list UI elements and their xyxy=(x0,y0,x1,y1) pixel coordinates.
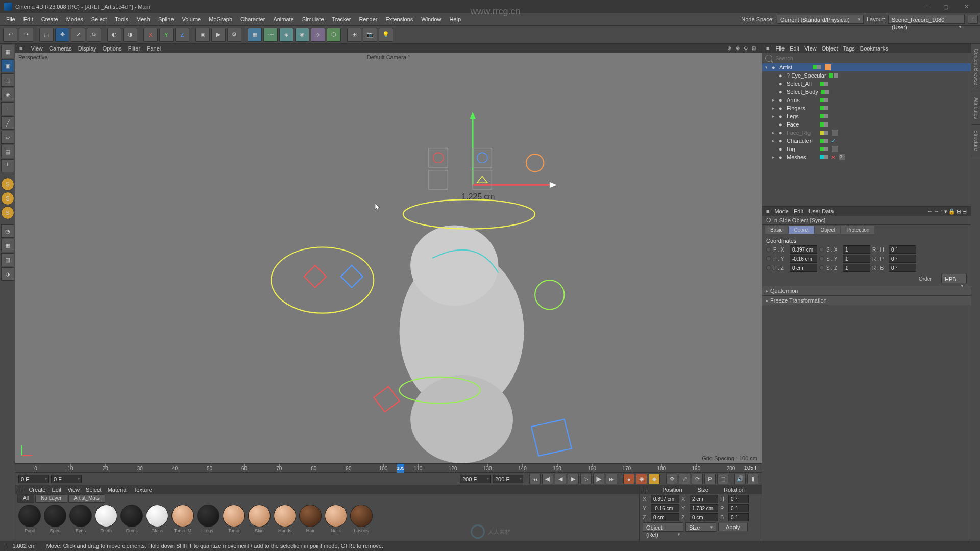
x-icon[interactable]: ✕ xyxy=(831,154,836,161)
mat-tab-all[interactable]: All xyxy=(17,494,34,503)
mat-menu-create[interactable]: Create xyxy=(29,487,45,493)
attr-tab-object[interactable]: Object xyxy=(815,226,840,234)
object-row[interactable]: ●Select_Body xyxy=(762,88,971,96)
coord-pos-field[interactable] xyxy=(651,495,679,503)
obj-hamburger-icon[interactable]: ≡ xyxy=(766,45,769,52)
vp-menu-panel[interactable]: Panel xyxy=(146,45,161,52)
attr-scale-field[interactable] xyxy=(843,264,870,272)
tag-icon[interactable] xyxy=(825,64,831,70)
viewport-hamburger-icon[interactable]: ≡ xyxy=(19,45,22,52)
layout-menu-icon[interactable]: ⋮ xyxy=(968,15,978,24)
layout-select[interactable]: Scene_Record_1080 (User) xyxy=(888,15,965,24)
material-item[interactable]: Nails xyxy=(324,505,348,539)
redo-button[interactable]: ↷ xyxy=(19,28,33,42)
attr-order-select[interactable]: HPB xyxy=(941,274,967,283)
attr-filter-icon[interactable]: ▾ xyxy=(944,208,947,215)
minimize-button[interactable]: ─ xyxy=(916,1,935,12)
menu-create[interactable]: Create xyxy=(37,15,62,24)
keyframe-sel-button[interactable]: ◆ xyxy=(649,474,660,484)
edge-mode-button[interactable]: ╱ xyxy=(1,116,14,130)
scene-button[interactable]: ⊞ xyxy=(347,28,361,42)
model-mode-button[interactable]: ▣ xyxy=(1,59,14,72)
texture-mode-button[interactable]: ⬚ xyxy=(1,73,14,87)
menu-simulate[interactable]: Simulate xyxy=(298,15,328,24)
obj-menu-bookmarks[interactable]: Bookmarks xyxy=(860,45,888,52)
generator2-button[interactable]: ◉ xyxy=(295,28,309,42)
attr-menu-mode[interactable]: Mode xyxy=(774,208,789,214)
material-item[interactable]: Hands xyxy=(273,505,297,539)
tag-icon[interactable] xyxy=(832,130,838,136)
object-row[interactable]: ▸●Arms xyxy=(762,96,971,104)
mat-menu-material[interactable]: Material xyxy=(108,487,128,493)
render-view-button[interactable]: ▣ xyxy=(195,28,210,42)
attr-scale-field[interactable] xyxy=(843,245,870,254)
mat-menu-select[interactable]: Select xyxy=(86,487,102,493)
vp-nav3-icon[interactable]: ⊙ xyxy=(742,45,749,52)
autokey-button[interactable]: ◉ xyxy=(636,474,647,484)
z-axis-toggle[interactable]: Z xyxy=(175,28,189,42)
attr-freeze-header[interactable]: ▸Freeze Transformation xyxy=(762,295,971,305)
material-item[interactable]: Lashes xyxy=(349,505,374,539)
mat-hamburger-icon[interactable]: ≡ xyxy=(19,487,22,493)
status-hamburger-icon[interactable]: ≡ xyxy=(4,543,7,549)
rtab-attributes[interactable]: Attributes xyxy=(971,92,980,124)
maximize-button[interactable]: ▢ xyxy=(936,1,955,12)
coord-pos-field[interactable] xyxy=(651,504,679,512)
obj-menu-view[interactable]: View xyxy=(804,45,817,52)
material-item[interactable]: Skin xyxy=(247,505,272,539)
coord-apply-button[interactable]: Apply xyxy=(718,523,748,531)
tag-icon[interactable] xyxy=(832,146,838,152)
attr-tab-protection[interactable]: Protection xyxy=(841,226,874,234)
object-row[interactable]: ●Face xyxy=(762,120,971,129)
material-item[interactable]: Hair xyxy=(298,505,323,539)
vp-menu-display[interactable]: Display xyxy=(78,45,96,52)
object-row[interactable]: ▾●Artist xyxy=(762,63,971,71)
vp-nav1-icon[interactable]: ⊕ xyxy=(726,45,733,52)
pla-key-toggle[interactable]: ⬚ xyxy=(717,474,728,484)
attr-menu-edit[interactable]: Edit xyxy=(794,208,803,214)
coord-rot-field[interactable] xyxy=(728,495,749,503)
step-fwd-button[interactable]: ▷ xyxy=(580,474,592,484)
menu-mograph[interactable]: MoGraph xyxy=(205,15,236,24)
preview-start-field[interactable]: 0 F xyxy=(51,475,82,483)
param-key-toggle[interactable]: P xyxy=(704,474,716,484)
snap-s3-button[interactable]: S xyxy=(1,206,14,219)
viewport-3d[interactable]: Perspective Default Camera ° xyxy=(15,53,762,463)
close-button[interactable]: ✕ xyxy=(957,1,976,12)
menu-mesh[interactable]: Mesh xyxy=(132,15,154,24)
undo-button[interactable]: ↶ xyxy=(3,28,17,42)
preview-end-field[interactable]: 200 F xyxy=(460,475,491,483)
menu-edit[interactable]: Edit xyxy=(19,15,37,24)
snap-toggle-button[interactable]: ▦ xyxy=(1,239,14,252)
select-tool[interactable]: ⬚ xyxy=(39,28,54,42)
vp-menu-options[interactable]: Options xyxy=(103,45,122,52)
coord-size-field[interactable] xyxy=(690,513,718,521)
move-tool[interactable]: ✥ xyxy=(55,28,69,42)
menu-help[interactable]: Help xyxy=(445,15,465,24)
attr-scale-field[interactable] xyxy=(843,255,870,263)
expand-icon[interactable]: ▸ xyxy=(772,155,777,160)
polygon-mode-button[interactable]: ▱ xyxy=(1,131,14,144)
attr-pos-field[interactable] xyxy=(790,264,817,272)
locked-tool[interactable]: ◑ xyxy=(123,28,137,42)
snap-s2-button[interactable]: S xyxy=(1,192,14,205)
attr-pos-field[interactable] xyxy=(790,245,817,254)
menu-select[interactable]: Select xyxy=(87,15,111,24)
menu-character[interactable]: Character xyxy=(236,15,269,24)
attr-rot-field[interactable] xyxy=(889,264,916,272)
menu-animate[interactable]: Animate xyxy=(269,15,298,24)
timeline-playhead[interactable]: 105 xyxy=(397,464,404,473)
deformer-button[interactable]: ◊ xyxy=(311,28,325,42)
step-back-button[interactable]: ◀ xyxy=(555,474,566,484)
cube-primitive[interactable]: ▦ xyxy=(248,28,262,42)
scale-tool[interactable]: ⤢ xyxy=(71,28,85,42)
coord-mode-select[interactable]: Object (Rel) xyxy=(643,522,683,532)
coord-rot-field[interactable] xyxy=(728,504,749,512)
coord-size-field[interactable] xyxy=(690,504,718,512)
light-button[interactable]: 💡 xyxy=(379,28,393,42)
attr-hamburger-icon[interactable]: ≡ xyxy=(766,208,769,214)
coord-rot-field[interactable] xyxy=(728,513,749,521)
recent-tool[interactable]: ◐ xyxy=(107,28,121,42)
material-item[interactable]: Torso_M xyxy=(170,505,195,539)
check-icon[interactable]: ✓ xyxy=(831,138,836,144)
